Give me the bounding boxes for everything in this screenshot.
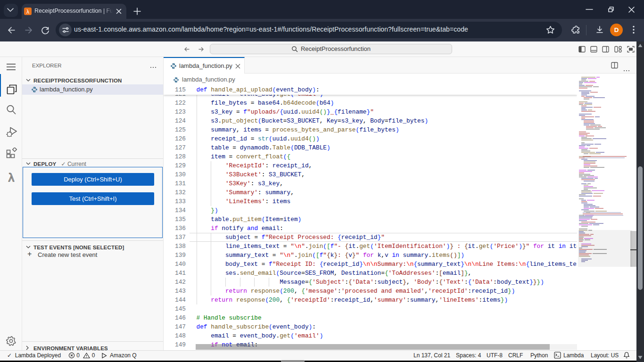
svg-text:λ: λ	[26, 8, 29, 15]
svg-text:λ: λ	[8, 171, 14, 184]
